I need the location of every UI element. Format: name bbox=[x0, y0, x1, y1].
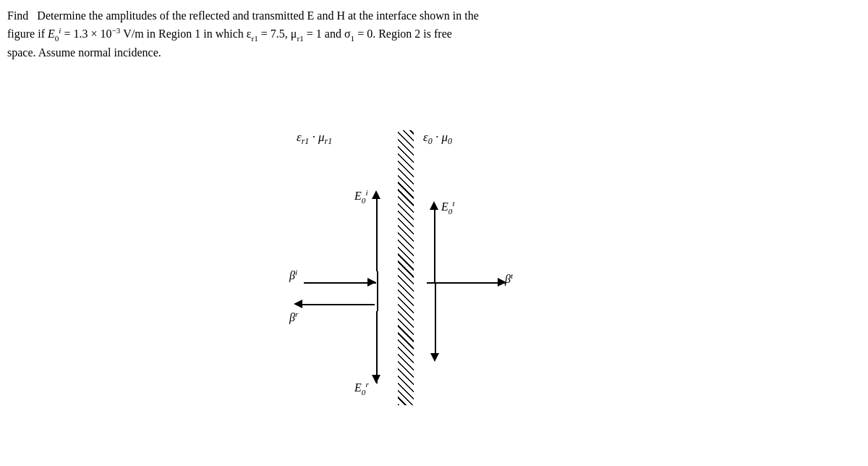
problem-line3: space. Assume normal incidence. bbox=[7, 44, 861, 62]
e0t-arrow-line bbox=[434, 210, 435, 282]
e0t-label: E0t bbox=[441, 199, 454, 216]
e0r-arrow-line bbox=[376, 311, 378, 384]
betat-label: βt bbox=[505, 271, 513, 286]
problem-line2: figure if E0i = 1.3 × 10−3 V/m in Region… bbox=[7, 25, 861, 44]
betai-arrowhead bbox=[367, 278, 376, 287]
e0i-arrowhead bbox=[372, 190, 380, 199]
betar-arrow-line bbox=[302, 304, 375, 305]
betai-arrow-line bbox=[304, 282, 376, 284]
diagram: εr1 · μr1 ε0 · μ0 E0i βi βr E0r E0t bbox=[145, 87, 651, 434]
betai-label: βi bbox=[289, 268, 297, 282]
wave-transmitted-line bbox=[435, 282, 436, 355]
problem-line1: Find Determine the amplitudes of the ref… bbox=[7, 7, 861, 25]
betar-arrowhead bbox=[294, 300, 302, 308]
betar-label: βr bbox=[289, 310, 298, 324]
wave-transmitted-down bbox=[430, 353, 439, 362]
e0r-arrowhead bbox=[372, 375, 380, 384]
region1-label: εr1 · μr1 bbox=[297, 130, 332, 147]
wave-center-line bbox=[377, 271, 378, 311]
e0t-arrowhead bbox=[430, 201, 438, 210]
problem-text: Find Determine the amplitudes of the ref… bbox=[7, 7, 861, 62]
e0i-arrow-line bbox=[376, 199, 378, 271]
betat-arrow-line bbox=[427, 282, 506, 284]
e0i-label: E0i bbox=[354, 188, 367, 205]
region2-label: ε0 · μ0 bbox=[423, 130, 452, 147]
e0r-label: E0r bbox=[354, 380, 369, 397]
interface-boundary bbox=[398, 130, 414, 405]
